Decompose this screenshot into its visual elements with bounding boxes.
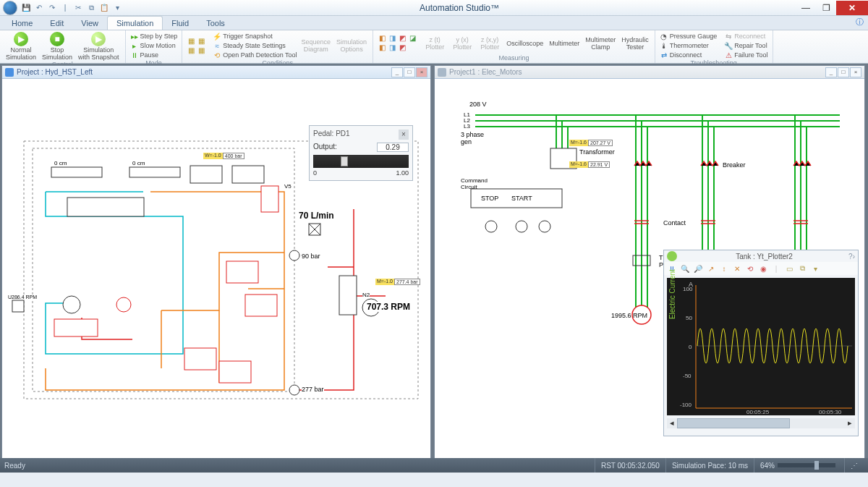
zoomout-icon[interactable]: 🔎 [692,263,704,274]
marker2-icon[interactable]: ✕ [731,263,743,274]
doc-close-button[interactable]: × [416,67,427,77]
vs-label: V5 [284,183,292,190]
multimeter-clamp-button[interactable]: Multimeter Clamp [584,36,617,51]
step-by-step-button[interactable]: ▸▸Step by Step [130,32,178,41]
pause-button[interactable]: ⏸Pause [130,51,178,59]
pedal-close-button[interactable]: × [399,130,409,140]
misc-icon-6[interactable]: ◨ [388,43,396,52]
misc-icon-2[interactable]: ◨ [388,34,396,43]
grid-icon-2[interactable]: ▦ [197,36,205,45]
open-path-button[interactable]: ⟲Open Path Detection Tool [213,51,297,59]
tab-edit[interactable]: Edit [41,17,72,30]
status-rst: RST 00:05:32.050 [595,458,665,473]
doc-right-titlebar[interactable]: Project1 : Elec_Motors _ □ × [435,66,864,79]
misc-icon-4[interactable]: ◪ [408,34,417,43]
repair-icon: 🔧 [724,41,733,50]
quick-access-toolbar: 💾 ↶ ↷ | ✂ ⧉ 📋 ▾ [20,2,123,14]
svg-rect-8 [129,167,180,177]
simulation-options-button[interactable]: Simulation Options [335,38,368,53]
zxy-plotter-button[interactable]: z (x,y) Plotter [477,36,502,51]
scroll-right-icon[interactable]: ▸ [845,418,855,428]
misc-icon-5[interactable]: ◧ [378,43,386,52]
plotter-chart[interactable]: Electric Current A 100 50 0 -50 -100 00: [667,278,855,415]
grid-icon-4[interactable]: ▦ [197,46,205,54]
yx-plotter-button[interactable]: y (x) Plotter [450,36,475,51]
grid-icon-3[interactable]: ▦ [187,46,195,54]
steady-state-button[interactable]: ≈Steady State Settings [213,41,297,50]
scroll-left-icon[interactable]: ◂ [667,418,677,428]
qat-redo-icon[interactable]: ↷ [46,2,58,14]
pedal-slider[interactable] [313,155,409,168]
status-resize-grip[interactable]: ⋰ [844,458,864,473]
simulation-snapshot-button[interactable]: ▶ Simulation with Snapshot [77,32,121,61]
plotter-power-icon[interactable] [667,251,677,261]
normal-simulation-button[interactable]: ▶ Normal Simulation [4,32,38,61]
multimeter-button[interactable]: Multimeter [548,40,581,47]
reconnect-button[interactable]: ⇆Reconnect [724,32,767,41]
pedal-slider-thumb[interactable] [341,156,348,166]
qat-cut-icon[interactable]: ✂ [72,2,84,14]
oscilloscope-button[interactable]: Oscilloscope [505,40,545,47]
stop-simulation-button[interactable]: ■ Stop Simulation [41,32,74,61]
misc-icon-1[interactable]: ◧ [378,34,386,43]
voltage-label: 208 V [469,101,487,108]
zoomin-icon[interactable]: 🔍 [679,263,691,274]
help-icon[interactable]: ⓘ [847,14,868,30]
failure-tool-button[interactable]: ⚠Failure Tool [724,51,767,59]
zoom-slider[interactable] [778,463,835,467]
cyl-a-pos: 0 cm [54,160,67,166]
scrollbar-thumb[interactable] [677,418,790,428]
settings-icon[interactable]: ▾ [809,263,821,274]
svg-text:100: 100 [683,286,693,292]
electrical-canvas[interactable]: 208 V L1 L2 L3 3 phase gen Transformer B… [435,79,864,470]
reset-icon[interactable]: ⟲ [744,263,756,274]
doc-min-button[interactable]: _ [391,67,403,77]
sequence-diagram-button[interactable]: Sequence Diagram [300,38,333,53]
zxy-label: z (x,y) Plotter [480,36,499,51]
misc-icon-7[interactable]: ◩ [398,43,407,52]
pedal-output-value[interactable]: 0.29 [377,143,409,152]
hydraulic-canvas[interactable]: 70 L/min 90 bar 277 bar 707.3 RPM N2 U28… [2,79,430,470]
pin-icon[interactable]: ◉ [757,263,769,274]
tab-tools[interactable]: Tools [197,17,234,30]
tab-fluid[interactable]: Fluid [163,17,197,30]
qat-paste-icon[interactable]: 📋 [98,2,110,14]
marker1-icon[interactable]: ↕ [718,263,730,274]
plotter-scrollbar[interactable]: ◂ ▸ [667,418,855,428]
plotter-expand-icon[interactable]: › [853,253,855,261]
stop-label: STOP [481,195,498,202]
doc-left-titlebar[interactable]: Project : Hyd_HST_Left _ □ × [2,66,430,79]
trigger-snapshot-button[interactable]: ⚡Trigger Snapshot [213,32,297,41]
minimize-button[interactable]: — [796,1,816,15]
hydraulic-tester-button[interactable]: Hydraulic Tester [620,36,650,51]
misc-icon-3[interactable]: ◩ [398,34,407,43]
plotter-toolbar: ⏸ 🔍 🔎 ↗ ↕ ✕ ⟲ ◉ | ▭ ⧉ ▾ [664,262,858,275]
doc-max-button[interactable]: □ [838,67,849,77]
trigger-icon: ⚡ [213,32,221,41]
close-button[interactable]: ✕ [836,1,868,15]
maximize-button[interactable]: ❐ [816,1,836,15]
qat-dropdown-icon[interactable]: ▾ [111,2,123,14]
cursor-icon[interactable]: ↗ [705,263,717,274]
qat-save-icon[interactable]: 💾 [20,2,32,14]
contact-label: Contact [663,219,686,226]
pressure-gauge-button[interactable]: ◔Pressure Gauge [660,32,718,41]
tab-view[interactable]: View [72,17,107,30]
qat-copy-icon[interactable]: ⧉ [85,2,97,14]
repair-tool-button[interactable]: 🔧Repair Tool [724,41,767,50]
doc-max-button[interactable]: □ [404,67,415,77]
doc-min-button[interactable]: _ [825,67,837,77]
zt-plotter-button[interactable]: z (t) Plotter [422,36,447,51]
plotter-title: Tank : Yt_Plotter2 [680,253,848,261]
export-icon[interactable]: ▭ [783,263,795,274]
disconnect-button[interactable]: ⇄Disconnect [660,51,718,59]
tab-home[interactable]: Home [3,17,41,30]
thermometer-button[interactable]: 🌡Thermometer [660,41,718,50]
svg-rect-22 [12,300,24,312]
copy-icon[interactable]: ⧉ [796,263,808,274]
tab-simulation[interactable]: Simulation [107,16,163,30]
qat-undo-icon[interactable]: ↶ [33,2,45,14]
grid-icon-1[interactable]: ▦ [187,36,195,45]
doc-close-button[interactable]: × [850,67,861,77]
slow-motion-button[interactable]: ▸Slow Motion [130,41,178,50]
